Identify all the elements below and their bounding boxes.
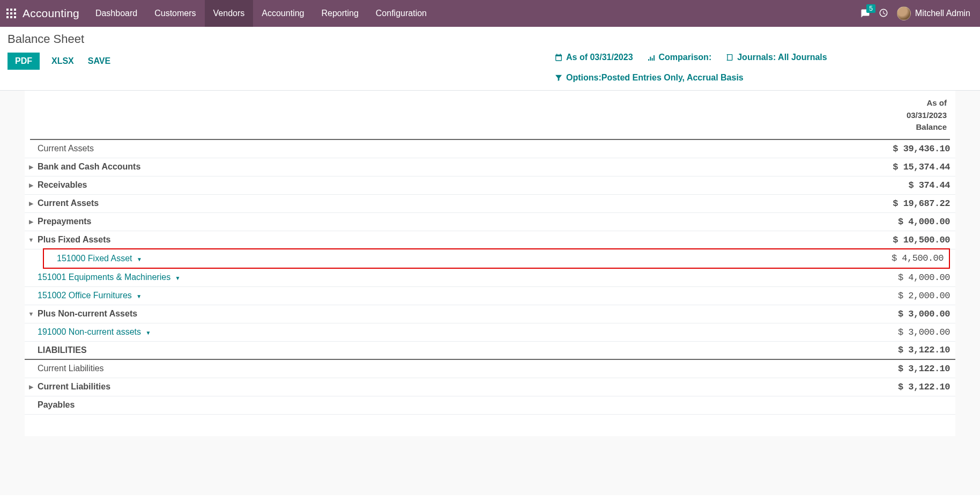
report-row[interactable]: ▼Plus Fixed Assets$ 10,500.00 [25, 231, 955, 249]
row-amount: $ 3,122.10 [859, 364, 950, 374]
row-label: Plus Non-current Assets [38, 306, 859, 321]
filter-journals[interactable]: Journals: All Journals [725, 53, 827, 62]
report-column-header: As of 03/31/2023 Balance [25, 97, 955, 139]
nav-item-customers[interactable]: Customers [146, 0, 204, 27]
apps-icon[interactable] [0, 0, 19, 27]
row-amount: $ 4,500.00 [852, 253, 944, 263]
row-label: Receivables [38, 178, 859, 193]
filter-comparison[interactable]: Comparison: [647, 53, 712, 62]
filter-icon [554, 73, 563, 82]
action-buttons: PDF XLSX SAVE [8, 53, 113, 70]
report-row[interactable]: Current Liabilities$ 3,122.10 [25, 360, 955, 378]
svg-rect-7 [10, 16, 12, 18]
nav-menu: DashboardCustomersVendorsAccountingRepor… [87, 0, 435, 27]
row-amount: $ 4,000.00 [859, 217, 950, 227]
row-label: Current Liabilities [38, 379, 859, 394]
row-amount: $ 10,500.00 [859, 235, 950, 245]
svg-rect-2 [14, 9, 16, 11]
svg-rect-8 [14, 16, 16, 18]
caret-down-icon[interactable]: ▼ [25, 311, 38, 317]
report-row[interactable]: 151000 Fixed Asset ▼$ 4,500.00 [44, 249, 949, 268]
filter-options[interactable]: Options:Posted Entries Only, Accrual Bas… [554, 73, 972, 83]
report-row[interactable]: 151002 Office Furnitures ▼$ 2,000.00 [25, 287, 955, 305]
row-label: Payables [38, 397, 859, 412]
top-navbar: Accounting DashboardCustomersVendorsAcco… [0, 0, 980, 27]
account-link[interactable]: 151001 Equipments & Machineries ▼ [38, 270, 859, 285]
report-row[interactable]: ▼Plus Non-current Assets$ 3,000.00 [25, 305, 955, 323]
row-amount: $ 3,000.00 [859, 327, 950, 337]
row-amount: $ 4,000.00 [859, 272, 950, 283]
report-row[interactable]: ▶Receivables$ 374.44 [25, 176, 955, 195]
row-label: Current Liabilities [38, 361, 859, 376]
caret-right-icon[interactable]: ▶ [25, 384, 38, 391]
calendar-icon [554, 53, 563, 62]
page-title: Balance Sheet [8, 32, 972, 46]
caret-right-icon[interactable]: ▶ [25, 182, 38, 189]
row-label: Plus Fixed Assets [38, 232, 859, 247]
avatar [897, 6, 911, 20]
journal-icon [725, 53, 734, 62]
report-row[interactable]: 151001 Equipments & Machineries ▼$ 4,000… [25, 269, 955, 287]
control-panel: Balance Sheet PDF XLSX SAVE As of 03/31/… [0, 27, 980, 91]
pdf-button[interactable]: PDF [8, 53, 40, 70]
nav-item-accounting[interactable]: Accounting [253, 0, 313, 27]
report-row[interactable]: Payables [25, 396, 955, 415]
row-amount: $ 15,374.44 [859, 162, 950, 172]
report-row[interactable]: ▶Current Liabilities$ 3,122.10 [25, 378, 955, 396]
row-label: Prepayments [38, 214, 859, 229]
row-amount: $ 374.44 [859, 180, 950, 190]
save-button[interactable]: SAVE [86, 53, 113, 70]
row-amount: $ 3,000.00 [859, 309, 950, 319]
svg-rect-5 [14, 12, 16, 14]
row-amount: $ 3,122.10 [859, 382, 950, 392]
report-row[interactable]: ▶Prepayments$ 4,000.00 [25, 213, 955, 231]
caret-right-icon[interactable]: ▶ [25, 164, 38, 171]
chevron-down-icon[interactable]: ▼ [175, 275, 181, 281]
account-link[interactable]: 151002 Office Furnitures ▼ [38, 288, 859, 303]
report-filters: As of 03/31/2023 Comparison: Journals: A… [554, 53, 972, 83]
message-count-badge: 5 [866, 4, 875, 13]
report-scroll-area[interactable]: As of 03/31/2023 Balance Current Assets$… [0, 91, 980, 495]
chevron-down-icon[interactable]: ▼ [136, 293, 142, 299]
svg-rect-0 [6, 9, 9, 11]
report-row[interactable]: Current Assets$ 39,436.10 [25, 140, 955, 158]
report-row[interactable]: ▶Current Assets$ 19,687.22 [25, 195, 955, 213]
filter-date[interactable]: As of 03/31/2023 [554, 53, 633, 62]
chevron-down-icon[interactable]: ▼ [137, 256, 142, 262]
row-label: LIABILITIES [38, 343, 859, 358]
nav-item-dashboard[interactable]: Dashboard [87, 0, 146, 27]
activities-icon[interactable] [879, 8, 888, 19]
nav-item-reporting[interactable]: Reporting [313, 0, 367, 27]
highlight-box: 151000 Fixed Asset ▼$ 4,500.00 [43, 248, 950, 269]
account-link[interactable]: 191000 Non-current assets ▼ [38, 325, 859, 340]
svg-rect-4 [10, 12, 12, 14]
barchart-icon [647, 53, 656, 62]
messaging-icon[interactable]: 5 [860, 9, 870, 18]
report-row[interactable]: LIABILITIES$ 3,122.10 [25, 342, 955, 360]
row-label: Current Assets [38, 196, 859, 211]
chevron-down-icon[interactable]: ▼ [145, 330, 151, 336]
user-menu[interactable]: Mitchell Admin [897, 6, 970, 20]
caret-right-icon[interactable]: ▶ [25, 218, 38, 225]
xlsx-button[interactable]: XLSX [49, 53, 76, 70]
row-amount: $ 2,000.00 [859, 291, 950, 301]
balance-sheet-report: As of 03/31/2023 Balance Current Assets$… [25, 91, 955, 436]
app-brand[interactable]: Accounting [19, 7, 87, 20]
row-label: Bank and Cash Accounts [38, 159, 859, 174]
svg-rect-3 [6, 12, 9, 14]
row-amount: $ 39,436.10 [859, 144, 950, 154]
caret-down-icon[interactable]: ▼ [25, 237, 38, 243]
nav-item-vendors[interactable]: Vendors [205, 0, 254, 27]
caret-right-icon[interactable]: ▶ [25, 200, 38, 207]
report-row[interactable]: ▶Bank and Cash Accounts$ 15,374.44 [25, 158, 955, 176]
row-amount: $ 3,122.10 [859, 345, 950, 355]
user-name: Mitchell Admin [915, 9, 970, 18]
row-amount: $ 19,687.22 [859, 198, 950, 209]
svg-rect-1 [10, 9, 12, 11]
report-row[interactable]: 191000 Non-current assets ▼$ 3,000.00 [25, 323, 955, 342]
row-label: Current Assets [38, 141, 859, 156]
nav-item-configuration[interactable]: Configuration [367, 0, 435, 27]
account-link[interactable]: 151000 Fixed Asset ▼ [57, 251, 852, 266]
svg-rect-6 [6, 16, 9, 18]
